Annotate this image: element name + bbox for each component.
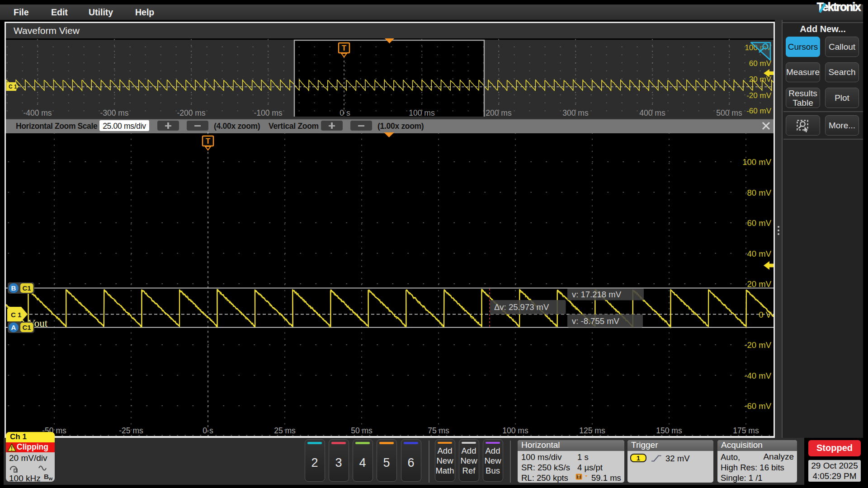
svg-text:100 mV: 100 mV xyxy=(742,157,771,167)
svg-text:60 mV: 60 mV xyxy=(747,218,772,228)
svg-text:-200 ms: -200 ms xyxy=(177,108,205,117)
svg-text:50 ms: 50 ms xyxy=(351,426,373,435)
svg-text:175 ms: 175 ms xyxy=(733,426,759,435)
svg-text:-25 ms: -25 ms xyxy=(119,426,143,435)
svg-text:-100 ms: -100 ms xyxy=(254,108,282,117)
svg-text:100 ms: 100 ms xyxy=(502,426,528,435)
svg-text:75 ms: 75 ms xyxy=(428,426,449,435)
svg-text:40 mV: 40 mV xyxy=(747,249,772,258)
svg-text:T: T xyxy=(342,44,347,52)
svg-text:0 s: 0 s xyxy=(340,108,350,117)
svg-text:-60 mV: -60 mV xyxy=(744,401,771,411)
svg-text:-60 mV: -60 mV xyxy=(746,107,771,115)
svg-text:100 ms: 100 ms xyxy=(409,108,435,117)
svg-text:A: A xyxy=(11,324,16,331)
svg-text:B: B xyxy=(11,284,16,292)
svg-text:T: T xyxy=(577,474,580,479)
svg-text:T: T xyxy=(206,137,211,145)
svg-text:C1: C1 xyxy=(22,324,31,331)
svg-text:400 ms: 400 ms xyxy=(639,108,665,117)
svg-text:-400 ms: -400 ms xyxy=(23,108,52,117)
svg-text:20 mV: 20 mV xyxy=(747,279,772,289)
svg-text:0 V: 0 V xyxy=(759,310,771,319)
svg-text:v: 17.218 mV: v: 17.218 mV xyxy=(572,290,622,299)
svg-text:C1: C1 xyxy=(22,284,31,292)
svg-text:-40 mV: -40 mV xyxy=(744,371,771,380)
svg-text:v: -8.755 mV: v: -8.755 mV xyxy=(572,316,620,326)
svg-text:-300 ms: -300 ms xyxy=(100,108,128,117)
svg-text:20 mV: 20 mV xyxy=(749,75,772,84)
svg-text:300 ms: 300 ms xyxy=(562,108,589,117)
svg-text:C 1: C 1 xyxy=(11,311,21,319)
svg-text:500 ms: 500 ms xyxy=(716,108,742,117)
svg-text:80 mV: 80 mV xyxy=(747,188,772,197)
svg-text:200 ms: 200 ms xyxy=(486,108,512,117)
svg-text:150 ms: 150 ms xyxy=(656,426,682,435)
svg-text:25 ms: 25 ms xyxy=(274,426,296,435)
svg-text:125 ms: 125 ms xyxy=(579,426,605,435)
svg-text:60 mV: 60 mV xyxy=(749,59,772,68)
svg-text:C 1: C 1 xyxy=(9,84,17,90)
svg-text:-20 mV: -20 mV xyxy=(744,340,771,350)
svg-text:-20 mV: -20 mV xyxy=(746,91,771,100)
svg-text:0 s: 0 s xyxy=(203,426,213,435)
svg-text:Δv: 25.973 mV: Δv: 25.973 mV xyxy=(494,302,549,312)
